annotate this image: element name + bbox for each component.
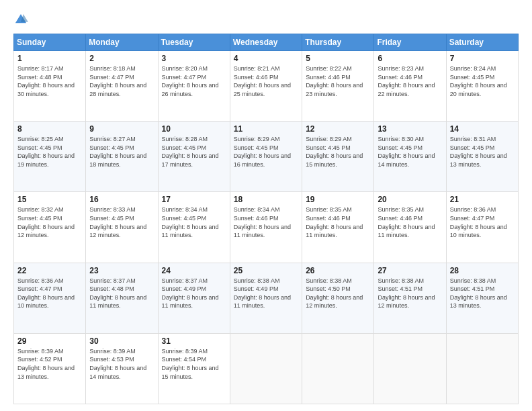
day-info: Sunrise: 8:29 AMSunset: 4:45 PMDaylight:… <box>306 135 370 169</box>
day-number: 17 <box>162 195 226 204</box>
day-info: Sunrise: 8:18 AMSunset: 4:47 PMDaylight:… <box>89 64 154 98</box>
calendar-cell: 17Sunrise: 8:34 AMSunset: 4:45 PMDayligh… <box>158 192 230 263</box>
calendar-cell: 7Sunrise: 8:24 AMSunset: 4:45 PMDaylight… <box>446 51 518 122</box>
day-info: Sunrise: 8:37 AMSunset: 4:48 PMDaylight:… <box>89 277 154 310</box>
day-info: Sunrise: 8:35 AMSunset: 4:46 PMDaylight:… <box>306 205 370 239</box>
day-number: 2 <box>89 54 154 63</box>
day-info: Sunrise: 8:28 AMSunset: 4:45 PMDaylight:… <box>162 135 226 169</box>
calendar-week-row: 29Sunrise: 8:39 AMSunset: 4:52 PMDayligh… <box>14 333 519 404</box>
calendar-cell: 20Sunrise: 8:35 AMSunset: 4:46 PMDayligh… <box>374 192 446 263</box>
calendar-cell: 23Sunrise: 8:37 AMSunset: 4:48 PMDayligh… <box>86 263 158 333</box>
day-info: Sunrise: 8:38 AMSunset: 4:51 PMDaylight:… <box>450 277 515 310</box>
calendar-cell: 2Sunrise: 8:18 AMSunset: 4:47 PMDaylight… <box>86 51 158 122</box>
day-info: Sunrise: 8:20 AMSunset: 4:47 PMDaylight:… <box>162 64 226 98</box>
day-info: Sunrise: 8:38 AMSunset: 4:51 PMDaylight:… <box>378 277 442 310</box>
calendar-cell: 4Sunrise: 8:21 AMSunset: 4:46 PMDaylight… <box>230 51 302 122</box>
day-number: 25 <box>234 266 298 275</box>
day-info: Sunrise: 8:38 AMSunset: 4:50 PMDaylight:… <box>306 277 370 310</box>
header <box>13 12 519 27</box>
day-number: 10 <box>162 124 226 134</box>
day-info: Sunrise: 8:33 AMSunset: 4:45 PMDaylight:… <box>89 205 154 239</box>
day-number: 4 <box>234 54 298 63</box>
day-number: 1 <box>17 54 82 63</box>
day-number: 13 <box>378 124 442 134</box>
day-info: Sunrise: 8:21 AMSunset: 4:46 PMDaylight:… <box>234 64 298 98</box>
day-number: 15 <box>17 195 82 204</box>
day-number: 3 <box>162 54 226 63</box>
calendar-header-row: SundayMondayTuesdayWednesdayThursdayFrid… <box>14 34 519 51</box>
calendar-cell: 26Sunrise: 8:38 AMSunset: 4:50 PMDayligh… <box>302 263 374 333</box>
calendar-cell: 5Sunrise: 8:22 AMSunset: 4:46 PMDaylight… <box>302 51 374 122</box>
day-number: 11 <box>234 124 298 134</box>
calendar-cell: 16Sunrise: 8:33 AMSunset: 4:45 PMDayligh… <box>86 192 158 263</box>
day-info: Sunrise: 8:34 AMSunset: 4:45 PMDaylight:… <box>162 205 226 239</box>
logo <box>13 12 31 27</box>
calendar-cell: 14Sunrise: 8:31 AMSunset: 4:45 PMDayligh… <box>446 122 518 192</box>
day-info: Sunrise: 8:29 AMSunset: 4:45 PMDaylight:… <box>234 135 298 169</box>
day-info: Sunrise: 8:39 AMSunset: 4:54 PMDaylight:… <box>162 347 226 381</box>
day-number: 22 <box>17 266 82 275</box>
calendar-cell: 1Sunrise: 8:17 AMSunset: 4:48 PMDaylight… <box>14 51 86 122</box>
calendar-cell: 8Sunrise: 8:25 AMSunset: 4:45 PMDaylight… <box>14 122 86 192</box>
day-number: 12 <box>306 124 370 134</box>
day-number: 31 <box>162 336 226 346</box>
day-info: Sunrise: 8:27 AMSunset: 4:45 PMDaylight:… <box>89 135 154 169</box>
calendar-day-header: Friday <box>374 34 446 51</box>
calendar-cell: 30Sunrise: 8:39 AMSunset: 4:53 PMDayligh… <box>86 333 158 404</box>
day-number: 9 <box>89 124 154 134</box>
day-info: Sunrise: 8:38 AMSunset: 4:49 PMDaylight:… <box>234 277 298 310</box>
calendar-cell: 19Sunrise: 8:35 AMSunset: 4:46 PMDayligh… <box>302 192 374 263</box>
page: SundayMondayTuesdayWednesdayThursdayFrid… <box>0 0 532 411</box>
calendar-cell: 6Sunrise: 8:23 AMSunset: 4:46 PMDaylight… <box>374 51 446 122</box>
calendar-cell: 22Sunrise: 8:36 AMSunset: 4:47 PMDayligh… <box>14 263 86 333</box>
calendar-cell: 31Sunrise: 8:39 AMSunset: 4:54 PMDayligh… <box>158 333 230 404</box>
calendar-cell: 12Sunrise: 8:29 AMSunset: 4:45 PMDayligh… <box>302 122 374 192</box>
calendar-cell: 13Sunrise: 8:30 AMSunset: 4:45 PMDayligh… <box>374 122 446 192</box>
calendar-week-row: 15Sunrise: 8:32 AMSunset: 4:45 PMDayligh… <box>14 192 519 263</box>
day-info: Sunrise: 8:22 AMSunset: 4:46 PMDaylight:… <box>306 64 370 98</box>
calendar-table: SundayMondayTuesdayWednesdayThursdayFrid… <box>13 34 519 404</box>
calendar-cell: 15Sunrise: 8:32 AMSunset: 4:45 PMDayligh… <box>14 192 86 263</box>
day-number: 18 <box>234 195 298 204</box>
day-number: 7 <box>450 54 515 63</box>
day-info: Sunrise: 8:24 AMSunset: 4:45 PMDaylight:… <box>450 64 515 98</box>
calendar-day-header: Wednesday <box>230 34 302 51</box>
day-number: 14 <box>450 124 515 134</box>
day-number: 24 <box>162 266 226 275</box>
calendar-day-header: Sunday <box>14 34 86 51</box>
day-info: Sunrise: 8:34 AMSunset: 4:46 PMDaylight:… <box>234 205 298 239</box>
calendar-cell <box>374 333 446 404</box>
day-number: 20 <box>378 195 442 204</box>
day-info: Sunrise: 8:23 AMSunset: 4:46 PMDaylight:… <box>378 64 442 98</box>
day-info: Sunrise: 8:31 AMSunset: 4:45 PMDaylight:… <box>450 135 515 169</box>
day-number: 21 <box>450 195 515 204</box>
calendar-cell: 25Sunrise: 8:38 AMSunset: 4:49 PMDayligh… <box>230 263 302 333</box>
calendar-cell: 24Sunrise: 8:37 AMSunset: 4:49 PMDayligh… <box>158 263 230 333</box>
calendar-cell <box>446 333 518 404</box>
calendar-week-row: 8Sunrise: 8:25 AMSunset: 4:45 PMDaylight… <box>14 122 519 192</box>
day-number: 23 <box>89 266 154 275</box>
calendar-cell: 18Sunrise: 8:34 AMSunset: 4:46 PMDayligh… <box>230 192 302 263</box>
day-info: Sunrise: 8:30 AMSunset: 4:45 PMDaylight:… <box>378 135 442 169</box>
day-number: 26 <box>306 266 370 275</box>
day-info: Sunrise: 8:39 AMSunset: 4:53 PMDaylight:… <box>89 347 154 381</box>
day-number: 27 <box>378 266 442 275</box>
day-info: Sunrise: 8:37 AMSunset: 4:49 PMDaylight:… <box>162 277 226 310</box>
day-info: Sunrise: 8:32 AMSunset: 4:45 PMDaylight:… <box>17 205 82 239</box>
calendar-day-header: Thursday <box>302 34 374 51</box>
day-info: Sunrise: 8:36 AMSunset: 4:47 PMDaylight:… <box>450 205 515 239</box>
calendar-cell: 28Sunrise: 8:38 AMSunset: 4:51 PMDayligh… <box>446 263 518 333</box>
calendar-cell: 10Sunrise: 8:28 AMSunset: 4:45 PMDayligh… <box>158 122 230 192</box>
day-info: Sunrise: 8:35 AMSunset: 4:46 PMDaylight:… <box>378 205 442 239</box>
day-number: 19 <box>306 195 370 204</box>
day-number: 5 <box>306 54 370 63</box>
day-number: 6 <box>378 54 442 63</box>
calendar-week-row: 1Sunrise: 8:17 AMSunset: 4:48 PMDaylight… <box>14 51 519 122</box>
day-info: Sunrise: 8:17 AMSunset: 4:48 PMDaylight:… <box>17 64 82 98</box>
calendar-cell <box>302 333 374 404</box>
day-info: Sunrise: 8:25 AMSunset: 4:45 PMDaylight:… <box>17 135 82 169</box>
day-number: 30 <box>89 336 154 346</box>
calendar-day-header: Saturday <box>446 34 518 51</box>
calendar-cell: 21Sunrise: 8:36 AMSunset: 4:47 PMDayligh… <box>446 192 518 263</box>
calendar-day-header: Tuesday <box>158 34 230 51</box>
